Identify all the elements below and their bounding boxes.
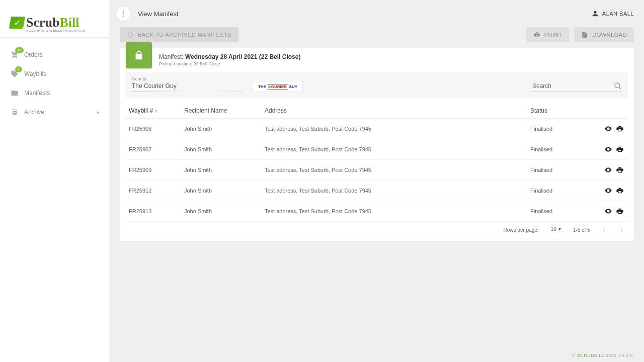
dropdown-icon: ▾	[558, 226, 561, 232]
table-row: FR25909John SmithTest address, Test Subu…	[126, 160, 628, 180]
manifest-card: Manifest: Wednesday 28 April 2021 (22 Be…	[120, 48, 634, 241]
cell-recipient: John Smith	[181, 160, 262, 180]
cell-address: Test address, Test Suburb, Post Code 794…	[262, 139, 527, 160]
download-button[interactable]: DOWNLOAD	[574, 27, 634, 42]
nav-archive-label: Archive	[24, 109, 44, 116]
folder-icon	[10, 88, 19, 98]
print-button[interactable]: PRINT	[526, 27, 570, 42]
nav-archive[interactable]: Archive ▾	[0, 103, 109, 122]
print-row-icon[interactable]	[615, 165, 625, 175]
cell-recipient: John Smith	[181, 201, 262, 222]
table-row: FR25912John SmithTest address, Test Subu…	[126, 180, 628, 201]
cell-address: Test address, Test Suburb, Post Code 794…	[262, 160, 527, 180]
cell-address: Test address, Test Suburb, Post Code 794…	[262, 180, 527, 201]
view-icon[interactable]	[603, 144, 613, 154]
manifest-title: Wednesday 28 April 2021 (22 Bell Close)	[185, 53, 300, 60]
sidebar: ✓ ScrubBill ACCURATE WAYBILLS INTEGRATED…	[0, 0, 110, 362]
search-input[interactable]	[531, 80, 614, 92]
nav-waybills[interactable]: 1 Waybills	[0, 64, 109, 83]
cell-status: Finalised	[527, 119, 588, 139]
col-recipient[interactable]: Recipient Name	[181, 102, 262, 119]
nav-manifests[interactable]: Manifests	[0, 83, 109, 103]
svg-point-0	[127, 32, 133, 38]
toolbar: BACK TO ARCHIVED MANIFESTS PRINT DOWNLOA…	[110, 25, 644, 48]
cell-recipient: John Smith	[181, 119, 262, 139]
logo-icon: ✓	[9, 17, 25, 29]
cell-waybill: FR25913	[126, 201, 181, 222]
person-icon	[591, 10, 599, 18]
prev-page-button[interactable]: ‹	[601, 226, 608, 234]
view-icon[interactable]	[603, 206, 613, 216]
back-label: BACK TO ARCHIVED MANIFESTS	[138, 32, 231, 38]
topbar: ⋮ View Manifest ALAN BALL	[110, 0, 644, 25]
cell-recipient: John Smith	[181, 180, 262, 201]
table-row: FR25907John SmithTest address, Test Subu…	[126, 139, 628, 160]
pickup-label: Pickup Location:	[159, 61, 192, 66]
nav-orders[interactable]: 12 Orders	[0, 45, 109, 64]
print-row-icon[interactable]	[615, 206, 625, 216]
nav-manifests-label: Manifests	[24, 89, 50, 97]
col-waybill[interactable]: Waybill # ↑	[126, 102, 181, 119]
cell-waybill: FR25909	[126, 160, 181, 180]
logo: ✓ ScrubBill ACCURATE WAYBILLS INTEGRATED	[0, 5, 109, 38]
lock-icon	[126, 42, 152, 68]
courier-value: The Courier Guy	[132, 81, 243, 92]
courier-field[interactable]: Courier The Courier Guy	[132, 76, 243, 92]
cell-status: Finalised	[527, 139, 588, 160]
cell-status: Finalised	[527, 201, 588, 222]
cell-waybill: FR25907	[126, 139, 181, 160]
cell-address: Test address, Test Suburb, Post Code 794…	[262, 119, 527, 139]
cell-waybill: FR25912	[126, 180, 181, 201]
archive-icon	[10, 108, 19, 117]
footer: © SCRUBBILL 2021 V2.2.5	[572, 353, 633, 358]
brand-part1: Scrub	[26, 15, 59, 30]
nav: 12 Orders 1 Waybills Manifests	[0, 43, 109, 124]
print-row-icon[interactable]	[615, 124, 625, 134]
back-icon	[127, 31, 134, 38]
orders-badge: 12	[15, 47, 24, 53]
cell-address: Test address, Test Suburb, Post Code 794…	[262, 201, 527, 222]
user-profile[interactable]: ALAN BALL	[591, 10, 634, 18]
view-icon[interactable]	[603, 186, 613, 196]
col-status[interactable]: Status	[527, 102, 588, 119]
search-box[interactable]	[531, 80, 622, 92]
cell-recipient: John Smith	[181, 139, 262, 160]
rows-per-page-label: Rows per page:	[504, 227, 539, 233]
more-menu-button[interactable]: ⋮	[116, 6, 131, 21]
manifest-prefix: Manifest:	[159, 53, 184, 60]
print-icon	[533, 31, 540, 38]
view-icon[interactable]	[603, 165, 613, 175]
cell-status: Finalised	[527, 180, 588, 201]
cell-waybill: FR25906	[126, 119, 181, 139]
brand-tagline: ACCURATE WAYBILLS INTEGRATED	[26, 29, 99, 32]
chevron-down-icon: ▾	[97, 110, 99, 115]
waybills-badge: 1	[15, 66, 22, 72]
print-label: PRINT	[544, 32, 562, 38]
brand-part2: Bill	[59, 15, 79, 30]
nav-orders-label: Orders	[24, 51, 43, 58]
view-icon[interactable]	[603, 124, 613, 134]
print-row-icon[interactable]	[615, 186, 625, 196]
download-icon	[581, 31, 588, 38]
page-title: View Manifest	[138, 10, 179, 18]
print-row-icon[interactable]	[615, 144, 625, 154]
download-label: DOWNLOAD	[592, 32, 627, 38]
search-icon	[614, 82, 622, 90]
sort-asc-icon: ↑	[155, 108, 157, 114]
pickup-value: 22 Bell Close	[194, 61, 220, 66]
courier-label: Courier	[132, 76, 243, 81]
table-row: FR25913John SmithTest address, Test Subu…	[126, 201, 628, 222]
manifest-header: Manifest: Wednesday 28 April 2021 (22 Be…	[120, 48, 634, 68]
cell-status: Finalised	[527, 160, 588, 180]
courier-logo: THE COURIER GUY	[253, 81, 303, 92]
col-address[interactable]: Address	[262, 102, 527, 119]
nav-waybills-label: Waybills	[24, 70, 46, 77]
user-name: ALAN BALL	[602, 11, 634, 17]
filter-row: Courier The Courier Guy THE COURIER GUY	[126, 72, 628, 98]
next-page-button[interactable]: ›	[618, 226, 625, 234]
rows-per-page-select[interactable]: 10 ▾	[550, 226, 562, 233]
pagination: Rows per page: 10 ▾ 1-5 of 5 ‹ ›	[120, 222, 634, 241]
waybill-table: Waybill # ↑ Recipient Name Address Statu…	[126, 102, 628, 222]
back-button[interactable]: BACK TO ARCHIVED MANIFESTS	[120, 27, 238, 42]
table-row: FR25906John SmithTest address, Test Subu…	[126, 119, 628, 139]
